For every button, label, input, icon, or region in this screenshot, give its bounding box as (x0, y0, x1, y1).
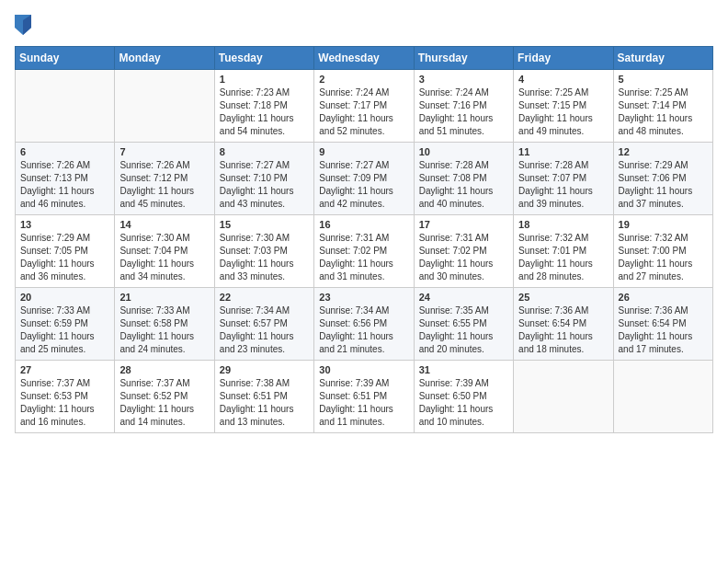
calendar-cell: 30Sunrise: 7:39 AMSunset: 6:51 PMDayligh… (314, 361, 414, 433)
day-number: 9 (319, 146, 408, 157)
day-number: 30 (319, 364, 408, 375)
calendar-cell: 2Sunrise: 7:24 AMSunset: 7:17 PMDaylight… (314, 70, 414, 143)
day-number: 8 (220, 146, 309, 157)
day-info: Sunrise: 7:26 AMSunset: 7:12 PMDaylight:… (119, 159, 209, 211)
calendar-cell: 16Sunrise: 7:31 AMSunset: 7:02 PMDayligh… (314, 215, 414, 288)
day-info: Sunrise: 7:29 AMSunset: 7:06 PMDaylight:… (619, 159, 708, 211)
day-number: 20 (20, 292, 109, 303)
calendar-cell: 1Sunrise: 7:23 AMSunset: 7:18 PMDaylight… (214, 70, 313, 143)
day-info: Sunrise: 7:34 AMSunset: 6:57 PMDaylight:… (220, 304, 309, 356)
weekday-header-row: SundayMondayTuesdayWednesdayThursdayFrid… (16, 47, 713, 70)
day-number: 3 (419, 74, 508, 85)
calendar-cell: 12Sunrise: 7:29 AMSunset: 7:06 PMDayligh… (613, 143, 712, 215)
day-info: Sunrise: 7:24 AMSunset: 7:17 PMDaylight:… (319, 86, 408, 138)
day-number: 13 (20, 219, 109, 230)
weekday-header-sunday: Sunday (16, 47, 115, 70)
day-info: Sunrise: 7:36 AMSunset: 6:54 PMDaylight:… (619, 304, 708, 356)
day-info: Sunrise: 7:27 AMSunset: 7:09 PMDaylight:… (319, 159, 408, 211)
calendar-cell: 9Sunrise: 7:27 AMSunset: 7:09 PMDaylight… (314, 143, 414, 215)
day-info: Sunrise: 7:25 AMSunset: 7:15 PMDaylight:… (518, 86, 608, 138)
day-number: 15 (220, 219, 309, 230)
day-number: 23 (319, 292, 408, 303)
calendar-cell: 14Sunrise: 7:30 AMSunset: 7:04 PMDayligh… (115, 215, 214, 288)
day-info: Sunrise: 7:37 AMSunset: 6:53 PMDaylight:… (20, 377, 109, 429)
calendar-cell: 6Sunrise: 7:26 AMSunset: 7:13 PMDaylight… (16, 143, 115, 215)
calendar-cell: 20Sunrise: 7:33 AMSunset: 6:59 PMDayligh… (16, 288, 115, 361)
day-number: 19 (619, 219, 708, 230)
calendar-cell: 24Sunrise: 7:35 AMSunset: 6:55 PMDayligh… (414, 288, 513, 361)
logo-icon (15, 15, 31, 35)
calendar-cell: 31Sunrise: 7:39 AMSunset: 6:50 PMDayligh… (414, 361, 513, 433)
calendar-cell: 19Sunrise: 7:32 AMSunset: 7:00 PMDayligh… (613, 215, 712, 288)
day-info: Sunrise: 7:33 AMSunset: 6:59 PMDaylight:… (20, 304, 109, 356)
day-number: 7 (119, 146, 209, 157)
day-info: Sunrise: 7:31 AMSunset: 7:02 PMDaylight:… (419, 232, 508, 283)
calendar-cell (16, 70, 115, 143)
day-number: 22 (220, 292, 309, 303)
day-number: 27 (20, 364, 109, 375)
day-info: Sunrise: 7:27 AMSunset: 7:10 PMDaylight:… (220, 159, 309, 211)
calendar-cell: 15Sunrise: 7:30 AMSunset: 7:03 PMDayligh… (214, 215, 313, 288)
day-info: Sunrise: 7:39 AMSunset: 6:50 PMDaylight:… (419, 377, 508, 429)
calendar-cell: 21Sunrise: 7:33 AMSunset: 6:58 PMDayligh… (115, 288, 214, 361)
day-info: Sunrise: 7:29 AMSunset: 7:05 PMDaylight:… (20, 232, 109, 283)
day-info: Sunrise: 7:28 AMSunset: 7:08 PMDaylight:… (419, 159, 508, 211)
calendar-cell: 27Sunrise: 7:37 AMSunset: 6:53 PMDayligh… (16, 361, 115, 433)
day-info: Sunrise: 7:30 AMSunset: 7:03 PMDaylight:… (220, 232, 309, 283)
weekday-header-tuesday: Tuesday (214, 47, 313, 70)
calendar-cell: 11Sunrise: 7:28 AMSunset: 7:07 PMDayligh… (514, 143, 613, 215)
day-info: Sunrise: 7:23 AMSunset: 7:18 PMDaylight:… (220, 86, 309, 138)
day-number: 17 (419, 219, 508, 230)
day-number: 2 (319, 74, 408, 85)
weekday-header-saturday: Saturday (613, 47, 712, 70)
calendar-cell: 29Sunrise: 7:38 AMSunset: 6:51 PMDayligh… (214, 361, 313, 433)
calendar-cell: 17Sunrise: 7:31 AMSunset: 7:02 PMDayligh… (414, 215, 513, 288)
day-info: Sunrise: 7:30 AMSunset: 7:04 PMDaylight:… (119, 232, 209, 283)
day-number: 1 (220, 74, 309, 85)
calendar-cell: 5Sunrise: 7:25 AMSunset: 7:14 PMDaylight… (613, 70, 712, 143)
calendar-cell: 28Sunrise: 7:37 AMSunset: 6:52 PMDayligh… (115, 361, 214, 433)
calendar-week-3: 13Sunrise: 7:29 AMSunset: 7:05 PMDayligh… (16, 215, 713, 288)
calendar-cell: 18Sunrise: 7:32 AMSunset: 7:01 PMDayligh… (514, 215, 613, 288)
day-number: 10 (419, 146, 508, 157)
calendar-week-1: 1Sunrise: 7:23 AMSunset: 7:18 PMDaylight… (16, 70, 713, 143)
calendar-cell: 4Sunrise: 7:25 AMSunset: 7:15 PMDaylight… (514, 70, 613, 143)
calendar-table: SundayMondayTuesdayWednesdayThursdayFrid… (15, 46, 713, 433)
calendar-cell: 26Sunrise: 7:36 AMSunset: 6:54 PMDayligh… (613, 288, 712, 361)
day-number: 25 (518, 292, 608, 303)
day-info: Sunrise: 7:24 AMSunset: 7:16 PMDaylight:… (419, 86, 508, 138)
day-info: Sunrise: 7:39 AMSunset: 6:51 PMDaylight:… (319, 377, 408, 429)
day-info: Sunrise: 7:34 AMSunset: 6:56 PMDaylight:… (319, 304, 408, 356)
day-info: Sunrise: 7:38 AMSunset: 6:51 PMDaylight:… (220, 377, 309, 429)
day-number: 29 (220, 364, 309, 375)
day-number: 14 (119, 219, 209, 230)
day-number: 12 (619, 146, 708, 157)
day-info: Sunrise: 7:26 AMSunset: 7:13 PMDaylight:… (20, 159, 109, 211)
day-info: Sunrise: 7:36 AMSunset: 6:54 PMDaylight:… (518, 304, 608, 356)
day-number: 5 (619, 74, 708, 85)
day-number: 21 (119, 292, 209, 303)
day-number: 28 (119, 364, 209, 375)
day-number: 11 (518, 146, 608, 157)
calendar-cell: 10Sunrise: 7:28 AMSunset: 7:08 PMDayligh… (414, 143, 513, 215)
calendar-week-2: 6Sunrise: 7:26 AMSunset: 7:13 PMDaylight… (16, 143, 713, 215)
day-number: 24 (419, 292, 508, 303)
calendar-cell: 8Sunrise: 7:27 AMSunset: 7:10 PMDaylight… (214, 143, 313, 215)
calendar-cell: 22Sunrise: 7:34 AMSunset: 6:57 PMDayligh… (214, 288, 313, 361)
calendar-cell: 7Sunrise: 7:26 AMSunset: 7:12 PMDaylight… (115, 143, 214, 215)
weekday-header-monday: Monday (115, 47, 214, 70)
day-info: Sunrise: 7:25 AMSunset: 7:14 PMDaylight:… (619, 86, 708, 138)
calendar-cell (613, 361, 712, 433)
day-number: 18 (518, 219, 608, 230)
calendar-cell: 3Sunrise: 7:24 AMSunset: 7:16 PMDaylight… (414, 70, 513, 143)
day-number: 6 (20, 146, 109, 157)
calendar-cell (514, 361, 613, 433)
day-info: Sunrise: 7:37 AMSunset: 6:52 PMDaylight:… (119, 377, 209, 429)
day-number: 16 (319, 219, 408, 230)
day-number: 31 (419, 364, 508, 375)
day-info: Sunrise: 7:35 AMSunset: 6:55 PMDaylight:… (419, 304, 508, 356)
calendar-cell (115, 70, 214, 143)
day-info: Sunrise: 7:32 AMSunset: 7:00 PMDaylight:… (619, 232, 708, 283)
weekday-header-wednesday: Wednesday (314, 47, 414, 70)
weekday-header-friday: Friday (514, 47, 613, 70)
